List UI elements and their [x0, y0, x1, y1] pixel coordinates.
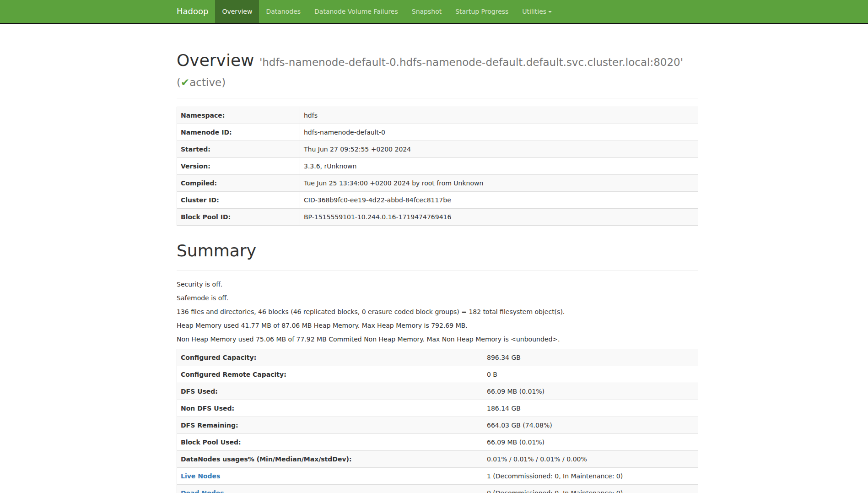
- table-row: Live Nodes1 (Decommissioned: 0, In Maint…: [177, 467, 698, 484]
- tab-overview-link[interactable]: Overview: [215, 0, 259, 23]
- tab-datanode-volume-failures-link[interactable]: Datanode Volume Failures: [307, 0, 405, 23]
- page-title: Overview 'hdfs-namenode-default-0.hdfs-n…: [177, 51, 698, 92]
- row-label: Configured Capacity:: [177, 349, 483, 366]
- table-row: Block Pool ID:BP-1515559101-10.244.0.16-…: [177, 209, 698, 226]
- table-row: DFS Used:66.09 MB (0.01%): [177, 383, 698, 400]
- row-value: CID-368b9fc0-ee19-4d22-abbd-84fcec8117be: [300, 192, 698, 209]
- row-value: Tue Jun 25 13:34:00 +0200 2024 by root f…: [300, 175, 698, 192]
- state-close-paren: ): [221, 76, 226, 88]
- table-row: Compiled:Tue Jun 25 13:34:00 +0200 2024 …: [177, 175, 698, 192]
- row-value: 0 B: [483, 366, 698, 383]
- table-row: Non DFS Used:186.14 GB: [177, 400, 698, 417]
- row-value: 3.3.6, rUnknown: [300, 158, 698, 175]
- summary-table: Configured Capacity:896.34 GB Configured…: [177, 349, 698, 493]
- row-label: Block Pool Used:: [177, 433, 483, 450]
- row-label: Namespace:: [177, 107, 300, 124]
- check-icon: ✔: [181, 76, 189, 88]
- row-value: 896.34 GB: [483, 349, 698, 366]
- row-label: Block Pool ID:: [177, 209, 300, 226]
- dead-nodes-link[interactable]: Dead Nodes: [181, 489, 224, 493]
- tab-utilities-label: Utilities: [522, 8, 546, 15]
- state-open-paren: (: [177, 76, 181, 88]
- row-label: Started:: [177, 141, 300, 158]
- table-row: Namenode ID:hdfs-namenode-default-0: [177, 124, 698, 141]
- row-value: 0.01% / 0.01% / 0.01% / 0.00%: [483, 450, 698, 467]
- summary-title: Summary: [177, 242, 698, 260]
- navbar-inner: Hadoop Overview Datanodes Datanode Volum…: [170, 0, 868, 23]
- row-label: Live Nodes: [177, 467, 483, 484]
- namenode-address-text: 'hdfs-namenode-default-0.hdfs-namenode-d…: [259, 56, 683, 68]
- tab-utilities[interactable]: Utilities: [515, 0, 559, 23]
- row-label: Version:: [177, 158, 300, 175]
- security-status: Security is off.: [177, 280, 698, 289]
- overview-header: Overview 'hdfs-namenode-default-0.hdfs-n…: [177, 51, 698, 98]
- table-row: Cluster ID:CID-368b9fc0-ee19-4d22-abbd-8…: [177, 192, 698, 209]
- summary-paragraphs: Security is off. Safemode is off. 136 fi…: [177, 280, 698, 344]
- tab-datanode-volume-failures[interactable]: Datanode Volume Failures: [307, 0, 405, 23]
- row-value: BP-1515559101-10.244.0.16-1719474769416: [300, 209, 698, 226]
- tab-snapshot[interactable]: Snapshot: [405, 0, 448, 23]
- row-label: Cluster ID:: [177, 192, 300, 209]
- page-title-text: Overview: [177, 51, 254, 70]
- chevron-down-icon: [548, 11, 552, 13]
- table-row: Version:3.3.6, rUnknown: [177, 158, 698, 175]
- table-row: Block Pool Used:66.09 MB (0.01%): [177, 433, 698, 450]
- filesystem-objects: 136 files and directories, 46 blocks (46…: [177, 308, 698, 317]
- tab-startup-progress-link[interactable]: Startup Progress: [448, 0, 515, 23]
- row-label: Dead Nodes: [177, 484, 483, 493]
- row-label: DataNodes usages% (Min/Median/Max/stdDev…: [177, 450, 483, 467]
- row-value: hdfs-namenode-default-0: [300, 124, 698, 141]
- table-row: Started:Thu Jun 27 09:52:55 +0200 2024: [177, 141, 698, 158]
- row-label: DFS Remaining:: [177, 417, 483, 433]
- row-label: Namenode ID:: [177, 124, 300, 141]
- tab-startup-progress[interactable]: Startup Progress: [448, 0, 515, 23]
- state-label: active: [189, 76, 221, 88]
- brand-hadoop[interactable]: Hadoop: [170, 0, 215, 23]
- row-value: 1 (Decommissioned: 0, In Maintenance: 0): [483, 467, 698, 484]
- cluster-info-table: Namespace:hdfs Namenode ID:hdfs-namenode…: [177, 107, 698, 226]
- safemode-status: Safemode is off.: [177, 294, 698, 303]
- tab-datanodes[interactable]: Datanodes: [259, 0, 307, 23]
- tab-snapshot-link[interactable]: Snapshot: [405, 0, 448, 23]
- tab-utilities-link[interactable]: Utilities: [515, 0, 559, 23]
- tab-overview[interactable]: Overview: [215, 0, 259, 23]
- table-row: DataNodes usages% (Min/Median/Max/stdDev…: [177, 450, 698, 467]
- row-value: 664.03 GB (74.08%): [483, 417, 698, 433]
- table-row: Configured Capacity:896.34 GB: [177, 349, 698, 366]
- summary-header: Summary: [177, 242, 698, 271]
- row-value: 66.09 MB (0.01%): [483, 383, 698, 400]
- row-label: Configured Remote Capacity:: [177, 366, 483, 383]
- row-value: 0 (Decommissioned: 0, In Maintenance: 0): [483, 484, 698, 493]
- navbar-menu: Overview Datanodes Datanode Volume Failu…: [215, 0, 559, 23]
- table-row: Dead Nodes0 (Decommissioned: 0, In Maint…: [177, 484, 698, 493]
- row-label: DFS Used:: [177, 383, 483, 400]
- main-content: Overview 'hdfs-namenode-default-0.hdfs-n…: [177, 51, 698, 493]
- row-value: Thu Jun 27 09:52:55 +0200 2024: [300, 141, 698, 158]
- navbar: Hadoop Overview Datanodes Datanode Volum…: [0, 0, 868, 24]
- row-value: 66.09 MB (0.01%): [483, 433, 698, 450]
- row-value: hdfs: [300, 107, 698, 124]
- table-row: Configured Remote Capacity:0 B: [177, 366, 698, 383]
- heap-memory: Heap Memory used 41.77 MB of 87.06 MB He…: [177, 321, 698, 330]
- table-row: DFS Remaining:664.03 GB (74.08%): [177, 417, 698, 433]
- row-label: Compiled:: [177, 175, 300, 192]
- tab-datanodes-link[interactable]: Datanodes: [259, 0, 307, 23]
- table-row: Namespace:hdfs: [177, 107, 698, 124]
- non-heap-memory: Non Heap Memory used 75.06 MB of 77.92 M…: [177, 335, 698, 344]
- live-nodes-link[interactable]: Live Nodes: [181, 472, 220, 480]
- row-label: Non DFS Used:: [177, 400, 483, 417]
- row-value: 186.14 GB: [483, 400, 698, 417]
